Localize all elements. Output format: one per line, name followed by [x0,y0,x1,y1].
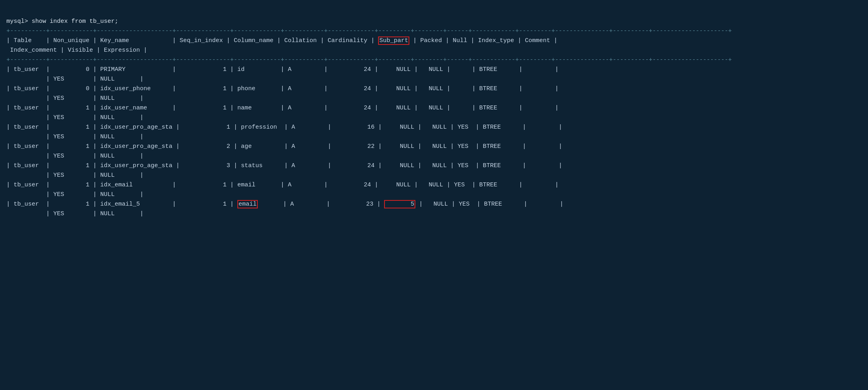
row-5-sub: | YES | NULL | [6,153,144,160]
separator-mid: +----------+------------+---------------… [6,57,732,63]
row-2-sub: | YES | NULL | [6,95,144,102]
separator-top: +----------+------------+---------------… [6,28,732,34]
row-2-main: | tb_user | 0 | idx_user_phone | 1 | pho… [6,85,558,92]
header-row-2: Index_comment | Visible | Expression | [6,47,147,54]
row-7-sub: | YES | NULL | [6,191,144,198]
command-line: mysql> show index from tb_user; [6,18,118,25]
email-cell-highlight: email [237,200,258,208]
row-3-sub: | YES | NULL | [6,114,144,121]
row-8-main: | tb_user | 1 | idx_email_5 | 1 | email … [6,200,563,208]
subpart-header-highlight: Sub_part [378,36,409,45]
row-6-sub: | YES | NULL | [6,172,144,179]
row-3-main: | tb_user | 1 | idx_user_name | 1 | name… [6,105,558,111]
row-4-main: | tb_user | 1 | idx_user_pro_age_sta | 1… [6,124,562,131]
header-row: | Table | Non_unique | Key_name | Seq_in… [6,36,557,45]
row-7-main: | tb_user | 1 | idx_email | 1 | email | … [6,182,558,188]
terminal-output: mysql> show index from tb_user; +-------… [6,7,862,219]
row-1-main: | tb_user | 0 | PRIMARY | 1 | id | A | 2… [6,66,558,73]
row-8-sub: | YES | NULL | [6,210,144,217]
row-5-main: | tb_user | 1 | idx_user_pro_age_sta | 2… [6,143,562,150]
row-1-sub: | YES | NULL | [6,76,144,83]
row-4-sub: | YES | NULL | [6,133,144,140]
subpart-5-highlight: 5 [384,200,415,208]
row-6-main: | tb_user | 1 | idx_user_pro_age_sta | 3… [6,162,562,169]
